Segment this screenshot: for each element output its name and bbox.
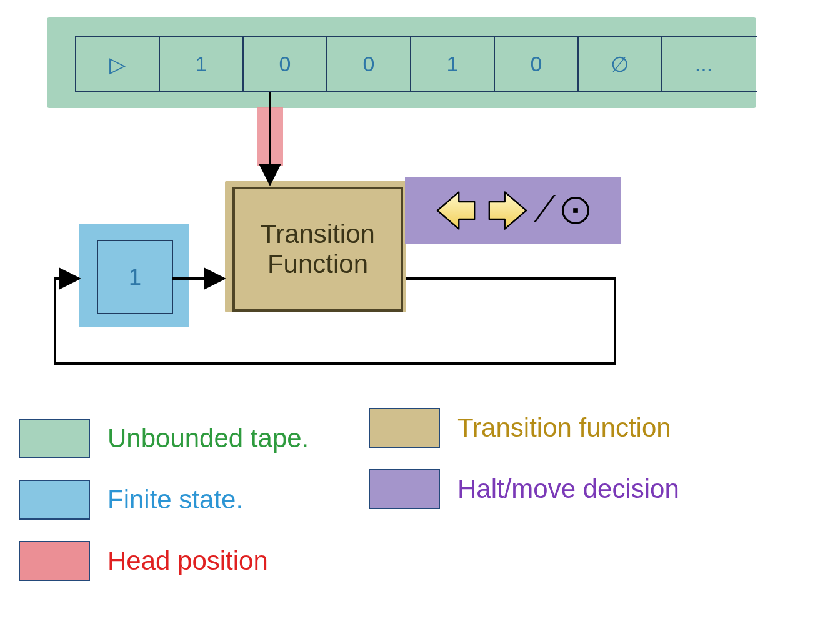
legend-row-halt: Halt/move decision — [369, 469, 679, 509]
halt-dot-icon — [556, 191, 596, 230]
halt-move-panel: ⁄ — [405, 177, 621, 244]
transition-label-2: Function — [267, 249, 368, 279]
swatch-tape — [19, 419, 90, 458]
legend-text-transition: Transition function — [457, 413, 671, 443]
legend: Unbounded tape. Transition function Fini… — [19, 419, 794, 602]
tape-cell-4: 1 — [411, 37, 495, 91]
legend-row-head: Head position — [19, 541, 794, 581]
svg-rect-1 — [573, 208, 578, 213]
left-arrow-icon — [430, 186, 480, 235]
halt-separator: ⁄ — [537, 184, 552, 238]
swatch-halt — [369, 469, 440, 509]
legend-text-halt: Halt/move decision — [457, 474, 679, 504]
right-arrow-icon — [484, 186, 534, 235]
legend-text-state: Finite state. — [107, 485, 243, 515]
legend-text-tape: Unbounded tape. — [107, 424, 309, 453]
state-value: 1 — [129, 264, 141, 290]
tape-cell-6: ∅ — [579, 37, 662, 91]
transition-label-1: Transition — [261, 219, 375, 249]
legend-text-head: Head position — [107, 546, 268, 576]
tape-cell-0: ▷ — [76, 37, 160, 91]
tape-cell-2: 0 — [244, 37, 327, 91]
tape-cells: ▷ 1 0 0 1 0 ∅ ... — [75, 36, 757, 92]
swatch-state — [19, 480, 90, 520]
legend-row-transition: Transition function — [369, 408, 671, 448]
tape-cell-5: 0 — [495, 37, 579, 91]
turing-machine-diagram: ▷ 1 0 0 1 0 ∅ ... Transition Function 1 — [0, 0, 813, 644]
swatch-transition — [369, 408, 440, 448]
finite-state-box: 1 — [97, 240, 173, 314]
transition-function-box: Transition Function — [232, 187, 403, 312]
legend-row-tape: Unbounded tape. Transition function — [19, 419, 794, 458]
tape-cell-3: 0 — [327, 37, 411, 91]
head-position-marker — [257, 107, 283, 166]
tape-cell-7: ... — [662, 37, 745, 91]
tape-cell-1: 1 — [160, 37, 244, 91]
swatch-head — [19, 541, 90, 581]
legend-row-state: Finite state. Halt/move decision — [19, 480, 794, 520]
